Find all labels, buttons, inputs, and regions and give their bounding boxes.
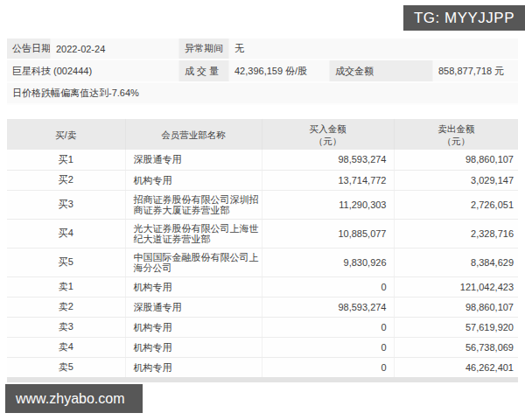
buy-amount-title: 买入金额 — [263, 122, 393, 135]
stock-name: 巨星科技 (002444) — [7, 60, 179, 81]
volume-label: 成 交 量 — [179, 60, 229, 81]
buy-amount-unit: （元） — [263, 135, 393, 147]
col-header-dept: 会员营业部名称 — [125, 119, 262, 150]
site-watermark-badge: www.zhyabo.com — [5, 384, 143, 413]
announce-date-label: 公告日期 — [7, 38, 51, 59]
side-cell: 买4 — [7, 219, 125, 248]
side-cell: 卖5 — [7, 357, 125, 377]
table-row: 卖4 机构专用 0 56,738,069 — [7, 337, 518, 357]
table-row: 买4 光大证券股份有限公司上海世纪大道证券营业部 10,885,077 2,32… — [7, 219, 518, 248]
buy-amount-cell: 0 — [262, 317, 394, 337]
table-row: 买1 深股通专用 98,593,274 98,860,107 — [7, 150, 518, 170]
sell-amount-cell: 98,860,107 — [394, 150, 518, 170]
info-row-announcement: 公告日期 2022-02-24 异常期间 无 — [7, 38, 518, 60]
lhb-table: 买/卖 会员营业部名称 买入金额 （元） 卖出金额 （元） 买1 深股通专用 9… — [7, 119, 518, 378]
col-header-sell-amount: 卖出金额 （元） — [394, 119, 518, 150]
info-row-note: 日价格跌幅偏离值达到-7.64% — [7, 83, 518, 105]
dept-cell: 深股通专用 — [125, 297, 262, 317]
sell-amount-cell: 8,384,629 — [394, 248, 518, 276]
volume-value: 42,396,159 份/股 — [229, 60, 330, 81]
dept-cell: 机构专用 — [125, 337, 262, 357]
table-row: 卖5 机构专用 0 46,262,401 — [7, 357, 518, 377]
turnover-value: 858,877,718 元 — [433, 60, 518, 81]
table-row: 卖1 机构专用 0 121,042,423 — [7, 276, 518, 297]
table-row: 买2 机构专用 13,714,772 3,029,147 — [7, 170, 518, 190]
buy-amount-cell: 10,885,077 — [262, 219, 394, 248]
sell-amount-cell: 121,042,423 — [394, 276, 518, 297]
buy-amount-cell: 98,593,274 — [262, 150, 394, 170]
dept-cell: 中国国际金融股份有限公司上海分公司 — [125, 248, 262, 276]
table-row: 卖2 深股通专用 98,593,274 98,860,107 — [7, 297, 518, 317]
turnover-label: 成交金额 — [330, 60, 433, 81]
dept-cell: 机构专用 — [125, 170, 262, 190]
sell-amount-cell: 56,738,069 — [394, 337, 518, 357]
dept-cell: 招商证券股份有限公司深圳招商证券大厦证券营业部 — [125, 190, 262, 219]
col-header-buy-sell: 买/卖 — [7, 119, 125, 150]
dept-cell: 光大证券股份有限公司上海世纪大道证券营业部 — [125, 219, 262, 248]
abnormal-period-value: 无 — [229, 38, 518, 59]
sell-amount-cell: 98,860,107 — [394, 297, 518, 317]
sell-amount-cell: 3,029,147 — [394, 170, 518, 190]
table-row: 卖3 机构专用 0 57,619,920 — [7, 317, 518, 337]
sell-amount-unit: （元） — [396, 135, 518, 147]
abnormal-period-label: 异常期间 — [179, 38, 229, 59]
table-row: 买5 中国国际金融股份有限公司上海分公司 9,830,926 8,384,629 — [7, 248, 518, 276]
table-bottom-strip — [7, 377, 518, 382]
dept-cell: 机构专用 — [125, 276, 262, 297]
side-cell: 买1 — [7, 150, 125, 170]
dept-cell: 机构专用 — [125, 357, 262, 377]
buy-amount-cell: 0 — [262, 276, 394, 297]
lhb-table-body: 买1 深股通专用 98,593,274 98,860,107 买2 机构专用 1… — [7, 150, 518, 377]
sell-amount-title: 卖出金额 — [396, 122, 518, 135]
announce-date-value: 2022-02-24 — [51, 38, 179, 59]
side-cell: 买2 — [7, 170, 125, 190]
buy-amount-cell: 0 — [262, 337, 394, 357]
buy-amount-cell: 98,593,274 — [262, 297, 394, 317]
dept-cell: 机构专用 — [125, 317, 262, 337]
side-cell: 买5 — [7, 248, 125, 276]
side-cell: 卖1 — [7, 276, 125, 297]
buy-amount-cell: 0 — [262, 357, 394, 377]
col-header-buy-amount: 买入金额 （元） — [262, 119, 394, 150]
dept-cell: 深股通专用 — [125, 150, 262, 170]
sell-amount-cell: 46,262,401 — [394, 357, 518, 377]
tg-watermark-badge: TG: MYYJJPP — [403, 5, 525, 31]
buy-amount-cell: 11,290,303 — [262, 190, 394, 219]
lhb-table-header: 买/卖 会员营业部名称 买入金额 （元） 卖出金额 （元） — [7, 119, 518, 150]
side-cell: 卖3 — [7, 317, 125, 337]
sell-amount-cell: 57,619,920 — [394, 317, 518, 337]
side-cell: 买3 — [7, 190, 125, 219]
side-cell: 卖4 — [7, 337, 125, 357]
info-row-stock: 巨星科技 (002444) 成 交 量 42,396,159 份/股 成交金额 … — [7, 60, 518, 83]
price-deviation-note: 日价格跌幅偏离值达到-7.64% — [7, 83, 518, 103]
side-cell: 卖2 — [7, 297, 125, 317]
info-panel: 公告日期 2022-02-24 异常期间 无 巨星科技 (002444) 成 交… — [7, 38, 518, 105]
buy-amount-cell: 13,714,772 — [262, 170, 394, 190]
sell-amount-cell: 2,726,051 — [394, 190, 518, 219]
sell-amount-cell: 2,328,716 — [394, 219, 518, 248]
buy-amount-cell: 9,830,926 — [262, 248, 394, 276]
table-row: 买3 招商证券股份有限公司深圳招商证券大厦证券营业部 11,290,303 2,… — [7, 190, 518, 219]
